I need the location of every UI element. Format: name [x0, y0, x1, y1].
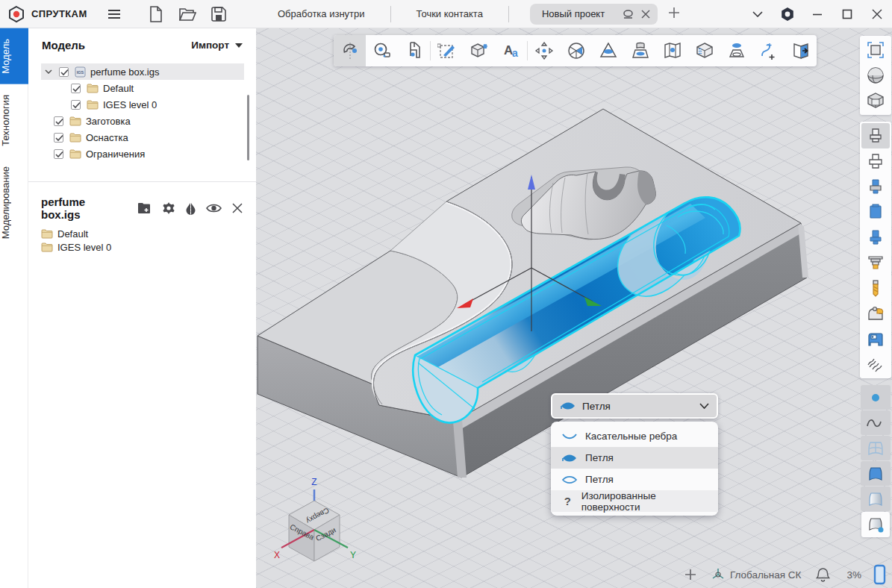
tool-new-body[interactable] [463, 35, 495, 66]
rtool-machine-block[interactable] [861, 326, 890, 351]
open-file-button[interactable] [175, 1, 200, 27]
new-file-button[interactable] [143, 1, 169, 27]
battery-icon[interactable] [873, 564, 886, 585]
loop-lens-outline-icon [561, 475, 578, 485]
tool-cone[interactable] [592, 35, 624, 66]
side-tab-model[interactable]: Модель [0, 28, 28, 84]
tool-box-waves[interactable] [688, 35, 720, 66]
rtool-frame-select[interactable] [861, 37, 890, 63]
tool-curve-add[interactable] [752, 35, 785, 66]
tool-exit-panel[interactable] [785, 35, 817, 66]
new-tab-button[interactable] [668, 5, 680, 22]
menu-option-tangent-edges[interactable]: Касательные ребра [551, 425, 718, 447]
chevron-down-icon[interactable] [45, 69, 52, 74]
close-tab-icon[interactable] [641, 10, 650, 19]
rtool-holder-4[interactable] [861, 199, 890, 225]
object-title: perfume box.igs [41, 196, 119, 221]
rtool-holder-3[interactable] [861, 174, 890, 199]
rtool-surface-gradient[interactable] [861, 487, 891, 511]
object-item-default[interactable]: Default [28, 227, 256, 240]
settings-gear-icon[interactable] [773, 0, 802, 28]
brand-name: СПРУТКАМ [31, 8, 87, 19]
gear-icon[interactable] [162, 201, 175, 215]
zoom-level[interactable]: 3% [846, 569, 861, 581]
rtool-surface-blue[interactable] [861, 461, 891, 486]
app-logo: СПРУТКАМ [0, 5, 97, 23]
cs-label[interactable]: Глобальная СК [730, 569, 802, 581]
tree-row-stock[interactable]: Заготовка [28, 113, 256, 129]
loop-lens-icon [561, 453, 578, 463]
coordinate-system-icon[interactable] [711, 567, 726, 582]
save-file-button[interactable] [206, 1, 231, 27]
checkbox[interactable] [54, 149, 63, 159]
rtool-drill-bit[interactable] [861, 275, 890, 301]
tree-row-iges[interactable]: IGES level 0 [28, 96, 256, 113]
edge-mode-dropdown[interactable]: Петля [551, 393, 718, 419]
tree-row-default[interactable]: Default [28, 80, 256, 96]
bell-icon[interactable] [816, 567, 830, 582]
doc-tab-2[interactable]: Точки контакта [391, 0, 508, 28]
tool-move[interactable] [528, 35, 560, 66]
add-cs-icon[interactable] [684, 568, 697, 581]
side-tab-modeling[interactable]: Моделирование [0, 156, 28, 249]
rtool-sphere-view[interactable] [861, 63, 890, 88]
rtool-surface-grid[interactable] [861, 436, 891, 460]
tool-stock-cylinder[interactable] [624, 35, 656, 66]
screen-icon[interactable] [623, 10, 634, 19]
edge-mode-menu: Касательные ребра Петля Петля ? Изолиров… [551, 422, 718, 516]
close-object-icon[interactable] [232, 203, 243, 213]
rtool-machine-head[interactable] [861, 301, 890, 326]
main-menu-button[interactable] [102, 1, 127, 27]
view-cube[interactable]: Сверху Справа Сзади X Y Z [274, 477, 356, 561]
tool-lamp[interactable] [720, 35, 752, 66]
rtool-surface-point[interactable] [861, 512, 890, 537]
eye-icon[interactable] [206, 203, 222, 213]
right-toolbar [860, 36, 891, 537]
close-window-button[interactable] [862, 0, 892, 28]
rtool-holder-2[interactable] [861, 148, 890, 174]
checkbox[interactable] [54, 133, 63, 143]
rtool-disc-stack[interactable] [861, 250, 890, 275]
folder-icon [69, 116, 81, 126]
maximize-button[interactable] [832, 0, 862, 28]
tree-row-fixture[interactable]: Оснастка [28, 129, 256, 146]
rtool-holder-5[interactable] [861, 225, 890, 250]
svg-text:IGS: IGS [77, 70, 84, 75]
rtool-hatch[interactable] [861, 351, 890, 377]
loop-lens-icon [560, 401, 576, 411]
checkbox[interactable] [54, 116, 63, 126]
import-label: Импорт [191, 40, 229, 51]
tree-scrollbar[interactable] [247, 95, 249, 160]
tool-map-point[interactable] [656, 35, 688, 66]
object-item-iges[interactable]: IGES level 0 [28, 240, 256, 254]
tool-caliper[interactable] [398, 35, 430, 66]
tool-orbit[interactable] [560, 35, 592, 66]
object-item-label: Default [57, 228, 88, 240]
checkbox[interactable] [71, 100, 81, 110]
side-tab-technology[interactable]: Технология [0, 84, 28, 157]
droplet-icon[interactable] [186, 201, 196, 215]
import-button[interactable]: Импорт [191, 40, 243, 51]
checkbox[interactable] [71, 84, 81, 93]
active-project-tab[interactable]: Новый проект [530, 4, 658, 25]
rtool-point[interactable] [861, 385, 891, 410]
menu-option-loop-selected[interactable]: Петля [551, 447, 718, 469]
tool-text-annotation[interactable]: Aa [495, 35, 527, 66]
tool-snap-magnet[interactable] [334, 35, 366, 66]
chevron-down-icon [699, 403, 709, 409]
add-folder-icon[interactable] [137, 202, 152, 214]
tool-measure-tape[interactable] [366, 35, 398, 66]
viewport-3d[interactable]: Сверху Справа Сзади X Y Z Aa [256, 28, 892, 588]
menu-option-isolated-surfaces[interactable]: ? Изолированные поверхности [551, 490, 718, 512]
rtool-curve[interactable] [861, 410, 891, 435]
rtool-box-view[interactable] [861, 88, 890, 113]
tree-row-constraints[interactable]: Ограничения [28, 146, 256, 162]
minimize-button[interactable] [802, 0, 832, 28]
menu-option-loop[interactable]: Петля [551, 469, 718, 490]
collapse-chevron-icon[interactable] [743, 0, 773, 28]
tree-row-root[interactable]: IGS perfume box.igs [41, 63, 244, 80]
rtool-holder-1[interactable] [861, 123, 890, 148]
doc-tab-1[interactable]: Обработка изнутри [252, 0, 390, 28]
tool-edit-selection[interactable] [431, 35, 463, 66]
checkbox[interactable] [59, 67, 69, 77]
